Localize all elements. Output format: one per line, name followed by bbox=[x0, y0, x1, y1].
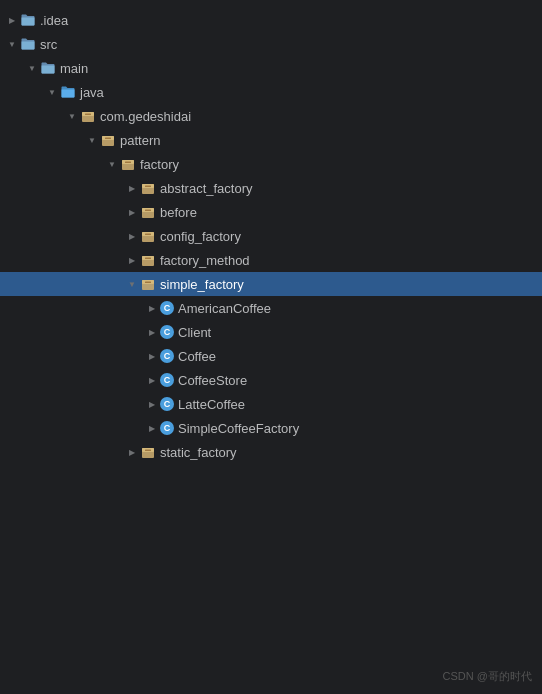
item-label: pattern bbox=[120, 133, 160, 148]
item-label: before bbox=[160, 205, 197, 220]
folder-icon bbox=[20, 12, 36, 28]
item-label: java bbox=[80, 85, 104, 100]
chevron-expanded-icon[interactable] bbox=[24, 60, 40, 76]
tree-item-SimpleCoffeeFactory[interactable]: CSimpleCoffeeFactory bbox=[0, 416, 542, 440]
chevron-collapsed-icon[interactable] bbox=[124, 444, 140, 460]
class-icon: C bbox=[160, 373, 174, 387]
svg-rect-20 bbox=[145, 258, 151, 260]
item-label: simple_factory bbox=[160, 277, 244, 292]
class-icon: C bbox=[160, 397, 174, 411]
tree-item-src[interactable]: src bbox=[0, 32, 542, 56]
chevron-collapsed-icon[interactable] bbox=[144, 396, 160, 412]
item-label: AmericanCoffee bbox=[178, 301, 271, 316]
tree-item-factory[interactable]: factory bbox=[0, 152, 542, 176]
package-icon bbox=[120, 156, 136, 172]
tree-item-com_gedeshidai[interactable]: com.gedeshidai bbox=[0, 104, 542, 128]
tree-item-Coffee[interactable]: CCoffee bbox=[0, 344, 542, 368]
chevron-expanded-icon[interactable] bbox=[124, 276, 140, 292]
chevron-collapsed-icon[interactable] bbox=[144, 324, 160, 340]
item-label: CoffeeStore bbox=[178, 373, 247, 388]
package-icon bbox=[140, 444, 156, 460]
chevron-collapsed-icon[interactable] bbox=[124, 204, 140, 220]
item-label: abstract_factory bbox=[160, 181, 253, 196]
item-label: Coffee bbox=[178, 349, 216, 364]
chevron-expanded-icon[interactable] bbox=[44, 84, 60, 100]
svg-rect-17 bbox=[145, 234, 151, 236]
class-icon: C bbox=[160, 325, 174, 339]
item-label: factory bbox=[140, 157, 179, 172]
chevron-collapsed-icon[interactable] bbox=[144, 348, 160, 364]
tree-item-abstract_factory[interactable]: abstract_factory bbox=[0, 176, 542, 200]
tree-item-config_factory[interactable]: config_factory bbox=[0, 224, 542, 248]
svg-rect-2 bbox=[85, 114, 91, 116]
class-icon: C bbox=[160, 349, 178, 363]
chevron-expanded-icon[interactable] bbox=[64, 108, 80, 124]
class-icon: C bbox=[160, 373, 178, 387]
svg-rect-23 bbox=[145, 282, 151, 284]
package-icon bbox=[140, 228, 156, 244]
chevron-expanded-icon[interactable] bbox=[104, 156, 120, 172]
chevron-collapsed-icon[interactable] bbox=[144, 420, 160, 436]
svg-rect-5 bbox=[105, 138, 111, 140]
item-label: main bbox=[60, 61, 88, 76]
class-icon: C bbox=[160, 301, 174, 315]
item-label: src bbox=[40, 37, 57, 52]
item-label: Client bbox=[178, 325, 211, 340]
class-icon: C bbox=[160, 325, 178, 339]
tree-item-idea[interactable]: .idea bbox=[0, 8, 542, 32]
package-icon bbox=[140, 276, 156, 292]
package-icon bbox=[140, 180, 156, 196]
class-icon: C bbox=[160, 421, 174, 435]
svg-rect-11 bbox=[145, 186, 151, 188]
package-icon bbox=[140, 204, 156, 220]
watermark: CSDN @哥的时代 bbox=[443, 669, 532, 684]
folder-icon bbox=[40, 60, 56, 76]
tree-item-factory_method[interactable]: factory_method bbox=[0, 248, 542, 272]
file-tree: .idea src main java com.gedeshidai patte… bbox=[0, 0, 542, 472]
tree-item-LatteCoffee[interactable]: CLatteCoffee bbox=[0, 392, 542, 416]
chevron-collapsed-icon[interactable] bbox=[144, 300, 160, 316]
chevron-collapsed-icon[interactable] bbox=[4, 12, 20, 28]
item-label: SimpleCoffeeFactory bbox=[178, 421, 299, 436]
class-icon: C bbox=[160, 397, 178, 411]
item-label: config_factory bbox=[160, 229, 241, 244]
chevron-collapsed-icon[interactable] bbox=[144, 372, 160, 388]
tree-item-pattern[interactable]: pattern bbox=[0, 128, 542, 152]
chevron-collapsed-icon[interactable] bbox=[124, 228, 140, 244]
package-icon bbox=[80, 108, 96, 124]
tree-item-java[interactable]: java bbox=[0, 80, 542, 104]
item-label: static_factory bbox=[160, 445, 237, 460]
tree-item-CoffeeStore[interactable]: CCoffeeStore bbox=[0, 368, 542, 392]
tree-item-static_factory[interactable]: static_factory bbox=[0, 440, 542, 464]
class-icon: C bbox=[160, 421, 178, 435]
tree-item-simple_factory[interactable]: simple_factory bbox=[0, 272, 542, 296]
item-label: com.gedeshidai bbox=[100, 109, 191, 124]
svg-rect-14 bbox=[145, 210, 151, 212]
tree-item-AmericanCoffee[interactable]: CAmericanCoffee bbox=[0, 296, 542, 320]
package-icon bbox=[140, 252, 156, 268]
folder-icon bbox=[20, 36, 36, 52]
item-label: factory_method bbox=[160, 253, 250, 268]
class-icon: C bbox=[160, 301, 178, 315]
class-icon: C bbox=[160, 349, 174, 363]
tree-item-before[interactable]: before bbox=[0, 200, 542, 224]
svg-rect-26 bbox=[145, 450, 151, 452]
item-label: LatteCoffee bbox=[178, 397, 245, 412]
source-folder-icon bbox=[60, 84, 76, 100]
item-label: .idea bbox=[40, 13, 68, 28]
chevron-expanded-icon[interactable] bbox=[84, 132, 100, 148]
tree-item-Client[interactable]: CClient bbox=[0, 320, 542, 344]
svg-rect-8 bbox=[125, 162, 131, 164]
chevron-expanded-icon[interactable] bbox=[4, 36, 20, 52]
tree-item-main[interactable]: main bbox=[0, 56, 542, 80]
chevron-collapsed-icon[interactable] bbox=[124, 252, 140, 268]
package-icon bbox=[100, 132, 116, 148]
chevron-collapsed-icon[interactable] bbox=[124, 180, 140, 196]
